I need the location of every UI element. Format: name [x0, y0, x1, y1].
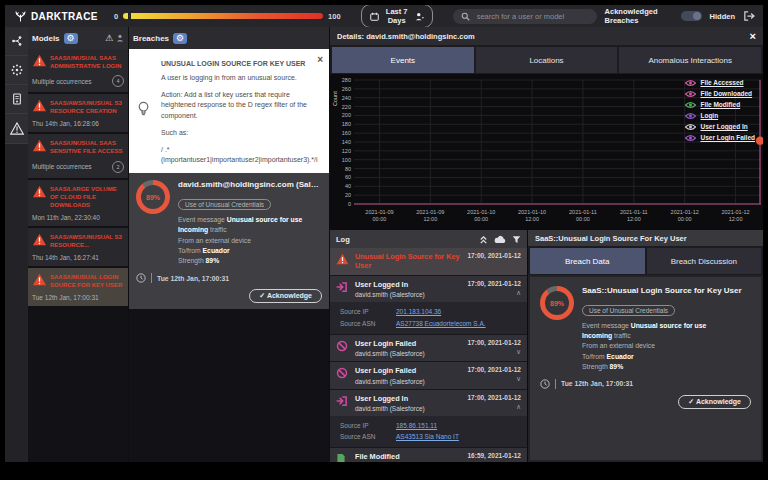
chevron-up-icon[interactable]: ∧: [468, 403, 522, 411]
threat-visualizer-icon[interactable]: [5, 56, 28, 85]
log-detail-link[interactable]: AS27738 Ecuadortelecom S.A.: [396, 318, 486, 329]
log-entry-time: 17:00, 2021-01-12: [468, 339, 522, 346]
model-breach-item[interactable]: SAAS/AWS/UNUSUAL S3 RESOURCE CREATIONThu…: [28, 94, 128, 132]
svg-text:80: 80: [345, 166, 351, 172]
acknowledge-button[interactable]: ✓ Acknowledge: [249, 289, 322, 303]
chart-legend: File AccessedFile DownloadedFile Modifie…: [685, 77, 755, 143]
tab-breach-data[interactable]: Breach Data: [530, 248, 645, 274]
svg-text:240: 240: [342, 95, 351, 101]
tip-close-icon[interactable]: ×: [317, 53, 323, 68]
brand: DARKTRACE: [13, 11, 98, 22]
logout-icon[interactable]: [743, 11, 755, 21]
svg-text:00:00: 00:00: [373, 216, 387, 222]
breach-timestamp: Tue 12th Jan, 17:00:31: [561, 380, 633, 387]
time-range-button[interactable]: Last 7 Days: [361, 5, 433, 28]
log-entry-time: 17:00, 2021-01-12: [468, 394, 522, 401]
occurrence-count-badge: 2: [112, 161, 124, 173]
breach-detail-tabs: Breach DataBreach Discussion: [528, 246, 763, 275]
darktrace-logo-icon: [13, 11, 28, 22]
slider-track[interactable]: [123, 13, 323, 19]
model-breach-item[interactable]: SAAS/UNUSUAL LOGIN SOURCE FOR KEY USERTu…: [28, 268, 128, 306]
models-warning-icon[interactable]: ⚠: [105, 33, 113, 43]
model-breach-item[interactable]: SAAS/UNUSUAL SAAS ADMINISTRATIVE LOGINMu…: [28, 49, 128, 92]
models-panel-header: Models ⚙ ⚠: [28, 27, 128, 49]
svg-text:20: 20: [345, 192, 351, 198]
network-view-icon[interactable]: [5, 27, 28, 56]
hidden-label: Hidden: [710, 12, 735, 21]
tab-anomalous-interactions[interactable]: Anomalous Interactions: [619, 47, 761, 73]
chevron-down-icon[interactable]: ∨: [468, 348, 522, 356]
breach-card[interactable]: 89%david.smith@holdingsinc.com (Salesfor…: [129, 173, 329, 309]
alerts-icon[interactable]: [5, 114, 28, 144]
breaches-settings-gear-icon[interactable]: ⚙: [173, 33, 187, 44]
breach-detail-line: Incoming traffic: [178, 225, 322, 235]
slider-handle[interactable]: [128, 12, 131, 20]
svg-text:220: 220: [342, 104, 351, 110]
model-breach-item[interactable]: SAAS/LARGE VOLUME OF CLOUD FILE DOWNLOAD…: [28, 180, 128, 226]
svg-text:2021-01-12: 2021-01-12: [721, 209, 749, 215]
log-entry[interactable]: User Logged Indavid.smith (Salesforce)17…: [330, 276, 527, 334]
cloud-icon[interactable]: [494, 235, 506, 244]
svg-text:2021-01-11: 2021-01-11: [620, 209, 648, 215]
model-breach-item[interactable]: SAAS/UNUSUAL SAAS SENSITIVE FILE ACCESSM…: [28, 134, 128, 177]
legend-label: Login: [700, 112, 718, 119]
login-icon: [336, 394, 350, 412]
toggle-knob: [693, 12, 701, 20]
legend-item-user-logged-in[interactable]: User Logged In: [685, 121, 755, 132]
alert-triangle-icon: [32, 233, 47, 246]
alert-triangle-icon: [32, 54, 47, 67]
tab-events[interactable]: Events: [332, 47, 474, 73]
legend-item-file-modified[interactable]: File Modified: [685, 99, 755, 110]
model-breach-item[interactable]: SAAS/AWS/UNUSUAL S3 RESOURCE...Thu 14th …: [28, 228, 128, 266]
legend-item-login[interactable]: Login: [685, 110, 755, 121]
occurrence-count-badge: 4: [112, 75, 124, 87]
eye-icon: [685, 134, 696, 142]
legend-item-file-downloaded[interactable]: File Downloaded: [685, 88, 755, 99]
legend-item-user-login-failed[interactable]: User Login Failed: [685, 132, 755, 143]
log-entry-title: User Logged In: [355, 280, 463, 289]
device-list-icon[interactable]: [5, 85, 28, 114]
svg-text:120: 120: [342, 148, 351, 154]
svg-text:2021-01-12: 2021-01-12: [671, 209, 699, 215]
breach-detail-line: Strength 89%: [582, 362, 751, 372]
legend-label: User Logged In: [700, 123, 747, 130]
calendar-icon: [370, 12, 379, 21]
search-bar: [453, 9, 597, 24]
svg-text:2021-01-10: 2021-01-10: [518, 209, 546, 215]
threat-score-slider[interactable]: 0 100: [114, 12, 341, 21]
log-detail-link[interactable]: AS43513 Sia Nano IT: [396, 431, 459, 442]
log-header: Log: [330, 230, 527, 248]
tab-breach-discussion[interactable]: Breach Discussion: [647, 248, 762, 274]
models-person-icon[interactable]: [116, 34, 124, 42]
log-entry[interactable]: File Modified16:59, 2021-01-12: [330, 448, 527, 462]
log-entry[interactable]: Unusual Login Source for Key User17:00, …: [330, 248, 527, 275]
svg-text:00:00: 00:00: [474, 216, 488, 222]
acknowledged-breaches-toggle[interactable]: [681, 11, 701, 21]
breach-detail-line: To/from Ecuador: [582, 352, 751, 362]
login-icon: [336, 280, 350, 298]
alert-triangle-icon: [32, 185, 47, 198]
log-panel: Log Unusual: [330, 230, 528, 462]
log-entry[interactable]: User Logged Indavid.smith (Salesforce)17…: [330, 390, 527, 448]
eye-icon: [685, 101, 696, 109]
log-detail-link[interactable]: 201.183.104.36: [396, 306, 441, 317]
search-input[interactable]: [475, 11, 589, 22]
log-detail-link[interactable]: 185.86.151.11: [396, 420, 437, 431]
breach-detail-line: Strength 89%: [178, 256, 322, 266]
chevron-down-icon[interactable]: ∨: [468, 375, 522, 383]
details-close-icon[interactable]: ×: [750, 31, 756, 42]
acknowledge-button[interactable]: ✓ Acknowledge: [678, 395, 751, 409]
legend-label: File Modified: [700, 101, 740, 108]
collapse-all-icon[interactable]: [479, 235, 488, 244]
filter-icon[interactable]: [512, 235, 521, 244]
log-entry[interactable]: User Login Faileddavid.smith (Salesforce…: [330, 362, 527, 388]
svg-text:00:00: 00:00: [678, 216, 692, 222]
breaches-panel-title: Breaches: [133, 34, 169, 43]
tab-locations[interactable]: Locations: [476, 47, 618, 73]
details-header: Details: david.smith@holdingsinc.com ×: [330, 27, 763, 45]
legend-item-file-accessed[interactable]: File Accessed: [685, 77, 755, 88]
log-entry[interactable]: User Login Faileddavid.smith (Salesforce…: [330, 335, 527, 361]
ban-icon: [336, 366, 350, 384]
models-settings-gear-icon[interactable]: ⚙: [64, 33, 78, 44]
chevron-up-icon[interactable]: ∧: [468, 289, 522, 297]
